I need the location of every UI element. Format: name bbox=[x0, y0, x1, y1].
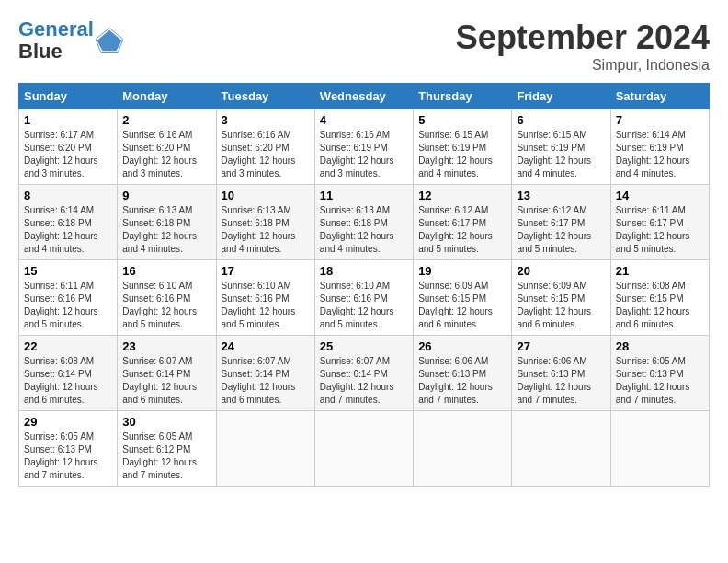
calendar-row-4: 22Sunrise: 6:08 AMSunset: 6:14 PMDayligh… bbox=[19, 336, 710, 411]
calendar-cell: 2Sunrise: 6:16 AMSunset: 6:20 PMDaylight… bbox=[118, 109, 216, 185]
day-number: 4 bbox=[320, 113, 408, 127]
day-info: Sunrise: 6:12 AMSunset: 6:17 PMDaylight:… bbox=[517, 205, 591, 254]
calendar-cell: 12Sunrise: 6:12 AMSunset: 6:17 PMDayligh… bbox=[414, 185, 512, 260]
day-info: Sunrise: 6:16 AMSunset: 6:19 PMDaylight:… bbox=[320, 130, 394, 178]
day-info: Sunrise: 6:13 AMSunset: 6:18 PMDaylight:… bbox=[222, 205, 296, 254]
col-thursday: Thursday bbox=[414, 84, 512, 109]
calendar-cell bbox=[314, 411, 413, 487]
day-info: Sunrise: 6:07 AMSunset: 6:14 PMDaylight:… bbox=[222, 356, 296, 405]
day-number: 24 bbox=[222, 339, 310, 353]
day-number: 14 bbox=[616, 189, 704, 202]
day-info: Sunrise: 6:07 AMSunset: 6:14 PMDaylight:… bbox=[320, 356, 394, 405]
day-info: Sunrise: 6:10 AMSunset: 6:16 PMDaylight:… bbox=[122, 281, 197, 329]
day-info: Sunrise: 6:05 AMSunset: 6:13 PMDaylight:… bbox=[24, 431, 98, 480]
day-number: 11 bbox=[320, 189, 408, 202]
day-number: 10 bbox=[222, 189, 310, 202]
calendar-cell: 28Sunrise: 6:05 AMSunset: 6:13 PMDayligh… bbox=[610, 336, 709, 411]
calendar-cell: 7Sunrise: 6:14 AMSunset: 6:19 PMDaylight… bbox=[610, 109, 709, 185]
day-number: 2 bbox=[122, 113, 210, 127]
calendar-cell: 20Sunrise: 6:09 AMSunset: 6:15 PMDayligh… bbox=[512, 260, 610, 336]
day-number: 27 bbox=[517, 339, 605, 353]
day-info: Sunrise: 6:16 AMSunset: 6:20 PMDaylight:… bbox=[222, 130, 296, 178]
day-number: 16 bbox=[122, 264, 210, 278]
day-info: Sunrise: 6:16 AMSunset: 6:20 PMDaylight:… bbox=[122, 130, 197, 178]
title-block: September 2024 Simpur, Indonesia bbox=[456, 18, 710, 74]
day-number: 5 bbox=[418, 113, 506, 127]
calendar-cell: 1Sunrise: 6:17 AMSunset: 6:20 PMDaylight… bbox=[19, 109, 118, 185]
day-info: Sunrise: 6:06 AMSunset: 6:13 PMDaylight:… bbox=[517, 356, 591, 405]
day-info: Sunrise: 6:14 AMSunset: 6:18 PMDaylight:… bbox=[24, 205, 98, 254]
calendar-table: Sunday Monday Tuesday Wednesday Thursday… bbox=[18, 83, 710, 487]
calendar-cell: 10Sunrise: 6:13 AMSunset: 6:18 PMDayligh… bbox=[216, 185, 314, 260]
calendar-cell: 5Sunrise: 6:15 AMSunset: 6:19 PMDaylight… bbox=[414, 109, 512, 185]
calendar-cell: 11Sunrise: 6:13 AMSunset: 6:18 PMDayligh… bbox=[314, 185, 413, 260]
day-info: Sunrise: 6:08 AMSunset: 6:14 PMDaylight:… bbox=[24, 356, 98, 405]
logo: General Blue bbox=[18, 18, 123, 63]
day-info: Sunrise: 6:08 AMSunset: 6:15 PMDaylight:… bbox=[616, 281, 690, 329]
calendar-cell: 18Sunrise: 6:10 AMSunset: 6:16 PMDayligh… bbox=[314, 260, 413, 336]
col-saturday: Saturday bbox=[610, 84, 709, 109]
day-info: Sunrise: 6:10 AMSunset: 6:16 PMDaylight:… bbox=[222, 281, 296, 329]
header-row: Sunday Monday Tuesday Wednesday Thursday… bbox=[19, 84, 710, 109]
calendar-cell bbox=[414, 411, 512, 487]
day-info: Sunrise: 6:09 AMSunset: 6:15 PMDaylight:… bbox=[517, 281, 591, 329]
calendar-row-5: 29Sunrise: 6:05 AMSunset: 6:13 PMDayligh… bbox=[19, 411, 710, 487]
calendar-cell: 16Sunrise: 6:10 AMSunset: 6:16 PMDayligh… bbox=[118, 260, 216, 336]
day-info: Sunrise: 6:15 AMSunset: 6:19 PMDaylight:… bbox=[517, 130, 591, 178]
day-info: Sunrise: 6:13 AMSunset: 6:18 PMDaylight:… bbox=[122, 205, 197, 254]
calendar-cell bbox=[512, 411, 610, 487]
col-wednesday: Wednesday bbox=[314, 84, 413, 109]
page-header: General Blue September 2024 Simpur, Indo… bbox=[18, 18, 710, 74]
day-number: 30 bbox=[122, 415, 210, 429]
day-info: Sunrise: 6:06 AMSunset: 6:13 PMDaylight:… bbox=[418, 356, 493, 405]
day-info: Sunrise: 6:14 AMSunset: 6:19 PMDaylight:… bbox=[616, 130, 690, 178]
day-info: Sunrise: 6:05 AMSunset: 6:13 PMDaylight:… bbox=[616, 356, 690, 405]
day-number: 28 bbox=[616, 339, 704, 353]
day-info: Sunrise: 6:17 AMSunset: 6:20 PMDaylight:… bbox=[24, 130, 98, 178]
logo-text: General Blue bbox=[18, 18, 94, 63]
month-title: September 2024 bbox=[456, 18, 710, 57]
day-info: Sunrise: 6:09 AMSunset: 6:15 PMDaylight:… bbox=[418, 281, 493, 329]
day-info: Sunrise: 6:15 AMSunset: 6:19 PMDaylight:… bbox=[418, 130, 493, 178]
day-number: 21 bbox=[616, 264, 704, 278]
calendar-cell: 29Sunrise: 6:05 AMSunset: 6:13 PMDayligh… bbox=[19, 411, 118, 487]
logo-icon bbox=[96, 27, 123, 54]
day-number: 18 bbox=[320, 264, 408, 278]
day-number: 19 bbox=[418, 264, 506, 278]
day-number: 17 bbox=[222, 264, 310, 278]
calendar-cell: 3Sunrise: 6:16 AMSunset: 6:20 PMDaylight… bbox=[216, 109, 314, 185]
calendar-cell: 19Sunrise: 6:09 AMSunset: 6:15 PMDayligh… bbox=[414, 260, 512, 336]
day-number: 13 bbox=[517, 189, 605, 202]
day-info: Sunrise: 6:07 AMSunset: 6:14 PMDaylight:… bbox=[122, 356, 197, 405]
calendar-cell: 22Sunrise: 6:08 AMSunset: 6:14 PMDayligh… bbox=[19, 336, 118, 411]
calendar-cell bbox=[216, 411, 314, 487]
col-monday: Monday bbox=[118, 84, 216, 109]
day-number: 22 bbox=[24, 339, 112, 353]
day-number: 12 bbox=[418, 189, 506, 202]
calendar-body: 1Sunrise: 6:17 AMSunset: 6:20 PMDaylight… bbox=[19, 109, 710, 487]
calendar-cell: 6Sunrise: 6:15 AMSunset: 6:19 PMDaylight… bbox=[512, 109, 610, 185]
day-number: 29 bbox=[24, 415, 112, 429]
day-info: Sunrise: 6:10 AMSunset: 6:16 PMDaylight:… bbox=[320, 281, 394, 329]
day-number: 8 bbox=[24, 189, 112, 202]
col-tuesday: Tuesday bbox=[216, 84, 314, 109]
col-friday: Friday bbox=[512, 84, 610, 109]
calendar-cell: 30Sunrise: 6:05 AMSunset: 6:12 PMDayligh… bbox=[118, 411, 216, 487]
calendar-cell: 27Sunrise: 6:06 AMSunset: 6:13 PMDayligh… bbox=[512, 336, 610, 411]
day-number: 25 bbox=[320, 339, 408, 353]
day-number: 23 bbox=[122, 339, 210, 353]
calendar-row-1: 1Sunrise: 6:17 AMSunset: 6:20 PMDaylight… bbox=[19, 109, 710, 185]
calendar-cell: 13Sunrise: 6:12 AMSunset: 6:17 PMDayligh… bbox=[512, 185, 610, 260]
calendar-cell bbox=[610, 411, 709, 487]
day-number: 1 bbox=[24, 113, 112, 127]
calendar-cell: 23Sunrise: 6:07 AMSunset: 6:14 PMDayligh… bbox=[118, 336, 216, 411]
calendar-cell: 24Sunrise: 6:07 AMSunset: 6:14 PMDayligh… bbox=[216, 336, 314, 411]
col-sunday: Sunday bbox=[19, 84, 118, 109]
calendar-cell: 21Sunrise: 6:08 AMSunset: 6:15 PMDayligh… bbox=[610, 260, 709, 336]
location: Simpur, Indonesia bbox=[456, 57, 710, 74]
day-number: 9 bbox=[122, 189, 210, 202]
day-info: Sunrise: 6:11 AMSunset: 6:17 PMDaylight:… bbox=[616, 205, 690, 254]
calendar-cell: 25Sunrise: 6:07 AMSunset: 6:14 PMDayligh… bbox=[314, 336, 413, 411]
day-info: Sunrise: 6:12 AMSunset: 6:17 PMDaylight:… bbox=[418, 205, 493, 254]
calendar-row-3: 15Sunrise: 6:11 AMSunset: 6:16 PMDayligh… bbox=[19, 260, 710, 336]
